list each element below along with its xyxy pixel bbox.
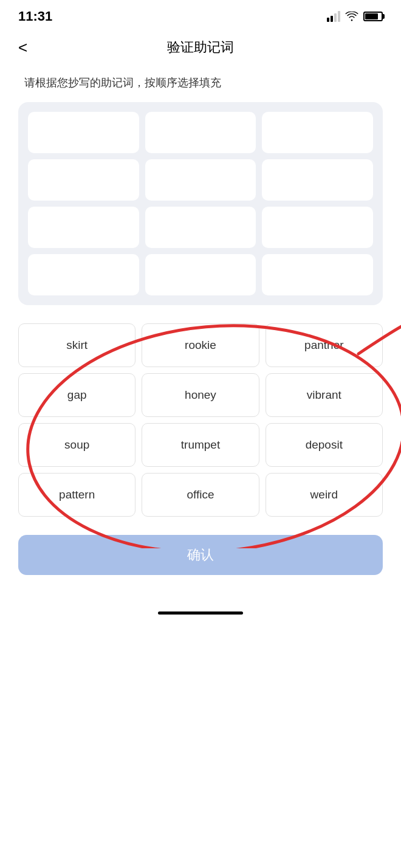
confirm-button-wrapper: 确认 <box>18 535 383 575</box>
word-cell-weird[interactable]: weird <box>266 473 383 517</box>
signal-icon <box>327 11 340 22</box>
subtitle: 请根据您抄写的助记词，按顺序选择填充 <box>0 64 401 102</box>
word-cell-gap[interactable]: gap <box>18 373 135 417</box>
word-cell-vibrant[interactable]: vibrant <box>266 373 383 417</box>
input-cell-8 <box>145 207 256 248</box>
page-title: 验证助记词 <box>167 38 234 57</box>
input-cell-5 <box>145 159 256 201</box>
input-cell-1 <box>28 112 139 153</box>
word-grid-area: skirt rookie panther gap honey vibrant s… <box>18 323 383 517</box>
home-indicator <box>0 599 401 621</box>
home-bar <box>158 611 243 615</box>
input-cell-10 <box>28 254 139 295</box>
word-cell-panther[interactable]: panther <box>266 323 383 367</box>
word-cell-soup[interactable]: soup <box>18 423 135 467</box>
input-cell-4 <box>28 159 139 201</box>
word-cell-rookie[interactable]: rookie <box>142 323 259 367</box>
input-grid <box>28 112 373 295</box>
input-cell-6 <box>262 159 373 201</box>
status-time: 11:31 <box>18 9 52 24</box>
input-grid-area <box>18 102 383 305</box>
status-icons <box>327 11 383 22</box>
word-cell-office[interactable]: office <box>142 473 259 517</box>
nav-bar: < 验证助记词 <box>0 30 401 64</box>
word-cell-pattern[interactable]: pattern <box>18 473 135 517</box>
input-cell-3 <box>262 112 373 153</box>
word-cell-deposit[interactable]: deposit <box>266 423 383 467</box>
back-button[interactable]: < <box>18 38 27 57</box>
wifi-icon <box>345 12 358 21</box>
status-bar: 11:31 <box>0 0 401 30</box>
input-cell-12 <box>262 254 373 295</box>
input-cell-11 <box>145 254 256 295</box>
word-grid: skirt rookie panther gap honey vibrant s… <box>18 323 383 517</box>
word-cell-honey[interactable]: honey <box>142 373 259 417</box>
battery-icon <box>363 12 383 21</box>
input-cell-2 <box>145 112 256 153</box>
word-cell-skirt[interactable]: skirt <box>18 323 135 367</box>
input-cell-7 <box>28 207 139 248</box>
word-cell-trumpet[interactable]: trumpet <box>142 423 259 467</box>
input-cell-9 <box>262 207 373 248</box>
confirm-button[interactable]: 确认 <box>18 535 383 575</box>
